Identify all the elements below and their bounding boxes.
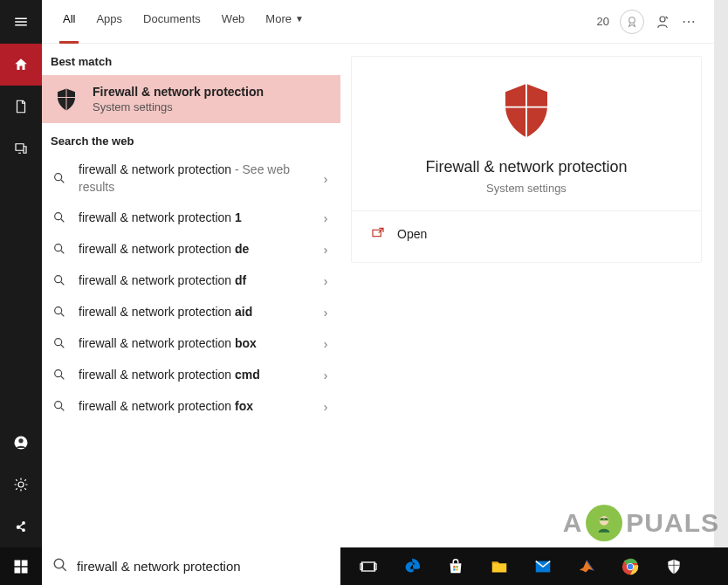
open-icon	[371, 225, 385, 243]
web-result-row[interactable]: firewall & network protection 1›	[42, 203, 340, 234]
svg-point-1	[18, 438, 23, 443]
svg-point-2	[629, 17, 635, 23]
web-result-row[interactable]: firewall & network protection aid›	[42, 297, 340, 328]
preview-subtitle: System settings	[352, 182, 701, 195]
chevron-right-icon[interactable]: ›	[319, 337, 332, 351]
user-avatar-icon[interactable]	[0, 422, 42, 464]
rewards-points: 20	[597, 15, 609, 28]
web-result-row[interactable]: firewall & network protection cmd›	[42, 360, 340, 391]
more-options-icon[interactable]: ⋯	[681, 14, 697, 30]
best-match-subtitle: System settings	[93, 100, 264, 114]
web-result-text: firewall & network protection box	[79, 335, 309, 353]
tab-more[interactable]: More ▼	[255, 0, 314, 44]
search-icon	[52, 242, 68, 258]
chevron-down-icon: ▼	[295, 12, 304, 24]
svg-point-8	[55, 307, 62, 314]
tab-all[interactable]: All	[52, 0, 86, 44]
devices-icon[interactable]	[0, 127, 42, 169]
svg-rect-17	[22, 560, 28, 566]
web-result-text: firewall & network protection 1	[79, 210, 309, 227]
svg-point-7	[55, 276, 62, 283]
home-icon[interactable]	[0, 44, 42, 86]
chevron-right-icon[interactable]: ›	[319, 400, 332, 414]
mail-icon[interactable]	[524, 547, 562, 585]
svg-point-6	[55, 244, 62, 251]
svg-rect-21	[362, 562, 375, 571]
search-icon	[52, 399, 68, 415]
tab-web[interactable]: Web	[211, 0, 256, 44]
best-match-result[interactable]: Firewall & network protection System set…	[42, 75, 340, 123]
svg-rect-12	[373, 230, 381, 236]
tabs-header: All Apps Documents Web More ▼ 20 ⋯	[42, 0, 714, 44]
svg-rect-14	[601, 519, 603, 520]
svg-point-13	[600, 516, 609, 526]
settings-gear-icon[interactable]	[0, 464, 42, 506]
chevron-right-icon[interactable]: ›	[319, 211, 332, 225]
chevron-right-icon[interactable]: ›	[319, 274, 332, 288]
store-icon[interactable]	[436, 547, 475, 585]
explorer-icon[interactable]	[480, 547, 519, 585]
svg-point-31	[628, 563, 633, 568]
web-result-text: firewall & network protection de	[79, 241, 309, 258]
edge-icon[interactable]	[393, 547, 431, 585]
svg-rect-25	[456, 566, 457, 568]
preview-title: Firewall & network protection	[352, 158, 701, 176]
search-input[interactable]	[77, 559, 330, 574]
document-icon[interactable]	[0, 86, 42, 127]
chevron-right-icon[interactable]: ›	[319, 243, 332, 257]
tab-apps[interactable]: Apps	[86, 0, 133, 44]
results-list: Best match Firewall & network protection…	[42, 44, 340, 547]
svg-point-4	[55, 173, 62, 180]
web-result-row[interactable]: firewall & network protection box›	[42, 328, 340, 360]
taskbar	[0, 547, 728, 585]
svg-point-10	[55, 370, 62, 377]
chrome-icon[interactable]	[611, 547, 649, 585]
security-icon[interactable]	[655, 547, 693, 585]
hamburger-icon[interactable]	[0, 0, 42, 44]
tab-documents[interactable]: Documents	[133, 0, 211, 44]
task-view-icon[interactable]	[349, 547, 388, 585]
web-result-text: firewall & network protection - See web …	[79, 162, 309, 196]
search-icon	[52, 273, 68, 289]
web-result-row[interactable]: firewall & network protection fox›	[42, 391, 340, 423]
tab-more-label: More	[265, 12, 292, 25]
search-icon	[52, 368, 68, 383]
svg-rect-19	[22, 567, 28, 573]
search-icon	[52, 336, 68, 352]
best-match-title: Firewall & network protection	[93, 85, 264, 99]
watermark-post: PUALS	[626, 508, 719, 538]
chevron-right-icon[interactable]: ›	[319, 306, 332, 320]
svg-point-20	[54, 559, 64, 568]
feedback-icon[interactable]	[655, 14, 670, 30]
watermark-avatar-icon	[586, 505, 622, 541]
watermark: A PUALS	[563, 505, 719, 541]
best-match-label: Best match	[42, 44, 340, 75]
open-button[interactable]: Open	[352, 211, 701, 257]
web-result-row[interactable]: firewall & network protection - See web …	[42, 155, 340, 203]
web-result-row[interactable]: firewall & network protection de›	[42, 234, 340, 265]
svg-rect-15	[606, 519, 608, 520]
web-result-row[interactable]: firewall & network protection df›	[42, 265, 340, 297]
search-icon	[52, 210, 68, 226]
svg-rect-18	[15, 567, 21, 573]
web-result-text: firewall & network protection cmd	[79, 367, 309, 384]
taskbar-search[interactable]	[42, 547, 340, 585]
shield-icon	[52, 86, 80, 114]
search-panel: All Apps Documents Web More ▼ 20 ⋯ Best …	[42, 0, 714, 547]
svg-point-11	[55, 402, 62, 409]
svg-rect-27	[456, 568, 457, 570]
chevron-right-icon[interactable]: ›	[319, 172, 332, 186]
preview-pane: Firewall & network protection System set…	[340, 44, 714, 547]
start-button[interactable]	[0, 547, 42, 585]
web-result-text: firewall & network protection aid	[79, 304, 309, 321]
svg-point-5	[55, 213, 62, 220]
share-icon[interactable]	[0, 506, 42, 547]
search-icon	[52, 171, 68, 187]
svg-point-9	[55, 339, 62, 346]
svg-rect-24	[453, 566, 455, 568]
matlab-icon[interactable]	[567, 547, 606, 585]
medal-icon[interactable]	[620, 10, 644, 34]
search-icon	[52, 557, 68, 576]
web-result-text: firewall & network protection df	[79, 272, 309, 290]
chevron-right-icon[interactable]: ›	[319, 368, 332, 382]
